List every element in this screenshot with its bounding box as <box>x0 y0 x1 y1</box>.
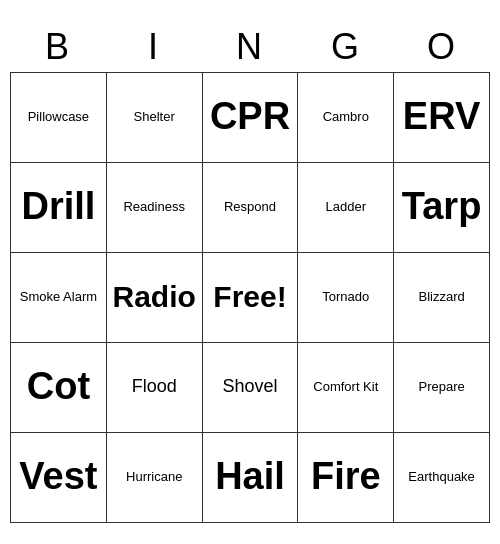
cell-r1-c3: Ladder <box>298 163 394 253</box>
cell-r4-c4: Earthquake <box>394 433 490 523</box>
cell-r0-c3: Cambro <box>298 73 394 163</box>
header-letter-B: B <box>10 22 106 72</box>
cell-text-r1-c3: Ladder <box>326 199 366 215</box>
cell-r4-c0: Vest <box>11 433 107 523</box>
cell-r1-c4: Tarp <box>394 163 490 253</box>
cell-text-r0-c0: Pillowcase <box>28 109 89 125</box>
cell-text-r1-c4: Tarp <box>402 184 482 230</box>
cell-r3-c3: Comfort Kit <box>298 343 394 433</box>
cell-r4-c1: Hurricane <box>107 433 203 523</box>
cell-text-r0-c3: Cambro <box>323 109 369 125</box>
cell-text-r2-c0: Smoke Alarm <box>20 289 97 305</box>
cell-text-r1-c1: Readiness <box>123 199 184 215</box>
cell-text-r0-c1: Shelter <box>134 109 175 125</box>
cell-text-r4-c4: Earthquake <box>408 469 475 485</box>
cell-text-r1-c0: Drill <box>21 184 95 230</box>
cell-r2-c3: Tornado <box>298 253 394 343</box>
cell-r0-c1: Shelter <box>107 73 203 163</box>
cell-text-r3-c0: Cot <box>27 364 90 410</box>
cell-text-r2-c4: Blizzard <box>418 289 464 305</box>
cell-r2-c1: Radio <box>107 253 203 343</box>
cell-text-r0-c4: ERV <box>403 94 480 140</box>
cell-text-r2-c1: Radio <box>113 279 196 315</box>
bingo-card: BINGO PillowcaseShelterCPRCambroERVDrill… <box>10 22 490 523</box>
cell-r1-c1: Readiness <box>107 163 203 253</box>
cell-text-r4-c2: Hail <box>215 454 285 500</box>
cell-r1-c0: Drill <box>11 163 107 253</box>
cell-text-r3-c4: Prepare <box>418 379 464 395</box>
cell-r0-c2: CPR <box>203 73 299 163</box>
cell-r0-c0: Pillowcase <box>11 73 107 163</box>
header-letter-I: I <box>106 22 202 72</box>
cell-r2-c4: Blizzard <box>394 253 490 343</box>
cell-text-r4-c1: Hurricane <box>126 469 182 485</box>
cell-r0-c4: ERV <box>394 73 490 163</box>
bingo-header: BINGO <box>10 22 490 72</box>
bingo-grid: PillowcaseShelterCPRCambroERVDrillReadin… <box>10 72 490 523</box>
cell-text-r3-c3: Comfort Kit <box>313 379 378 395</box>
cell-r3-c2: Shovel <box>203 343 299 433</box>
cell-text-r2-c2: Free! <box>213 279 286 315</box>
cell-text-r4-c0: Vest <box>19 454 97 500</box>
cell-text-r2-c3: Tornado <box>322 289 369 305</box>
cell-text-r4-c3: Fire <box>311 454 381 500</box>
cell-r1-c2: Respond <box>203 163 299 253</box>
cell-r4-c3: Fire <box>298 433 394 523</box>
cell-text-r3-c1: Flood <box>132 376 177 398</box>
cell-r2-c2: Free! <box>203 253 299 343</box>
header-letter-O: O <box>394 22 490 72</box>
cell-r3-c1: Flood <box>107 343 203 433</box>
header-letter-N: N <box>202 22 298 72</box>
cell-text-r0-c2: CPR <box>210 94 290 140</box>
cell-r4-c2: Hail <box>203 433 299 523</box>
cell-r3-c0: Cot <box>11 343 107 433</box>
header-letter-G: G <box>298 22 394 72</box>
cell-r2-c0: Smoke Alarm <box>11 253 107 343</box>
cell-text-r1-c2: Respond <box>224 199 276 215</box>
cell-text-r3-c2: Shovel <box>222 376 277 398</box>
cell-r3-c4: Prepare <box>394 343 490 433</box>
